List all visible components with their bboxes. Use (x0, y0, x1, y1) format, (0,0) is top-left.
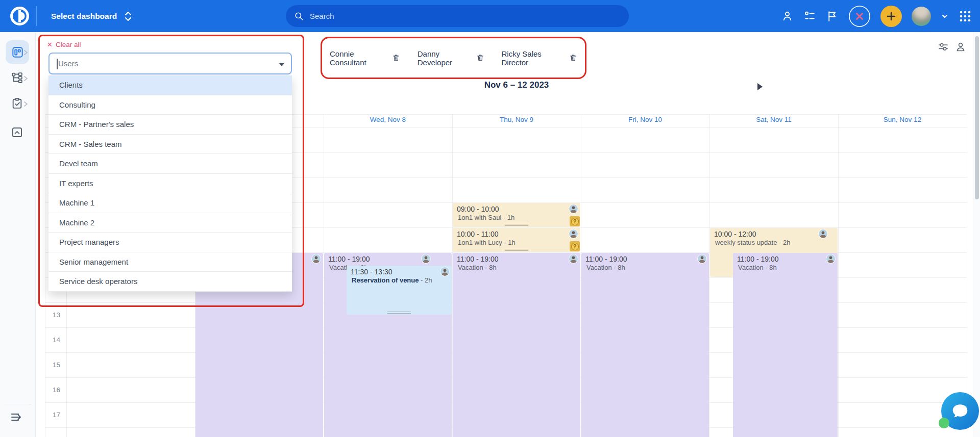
dropdown-option[interactable]: CRM - Partner's sales (48, 115, 292, 135)
select-dashboard-label: Select dashboard (51, 12, 117, 21)
dropdown-option[interactable]: Consulting (48, 95, 292, 115)
calendar-users-icon[interactable] (954, 41, 967, 55)
clear-all-x-icon: ✕ (47, 41, 53, 48)
app-logo-icon[interactable] (9, 6, 30, 29)
text-cursor (57, 59, 58, 69)
search-icon (294, 11, 304, 21)
resize-handle[interactable] (505, 224, 528, 226)
event-title: weekly status update - 2h (715, 239, 838, 246)
chat-bubble-icon (951, 403, 969, 419)
dropdown-option[interactable]: CRM - Sales team (48, 135, 292, 155)
dropdown-option[interactable]: Project managers (48, 233, 292, 252)
hour-label: 14 (45, 327, 60, 352)
event-title: Vacation - 8h (738, 264, 838, 271)
dropdown-option[interactable]: Senior management (48, 252, 292, 272)
search-input[interactable] (310, 12, 596, 20)
grid-column-line (838, 114, 839, 437)
dropdown-option[interactable]: Clients (48, 75, 292, 95)
flag-icon[interactable] (826, 10, 839, 22)
selected-user-chip: Ricky Sales Director (502, 49, 578, 67)
question-badge[interactable]: ? (570, 241, 580, 251)
attendee-avatar (569, 254, 578, 263)
event-time: 11:30 - 13:30 (351, 268, 452, 276)
delete-user-icon[interactable] (569, 54, 577, 62)
calendar-event[interactable]: 11:00 - 19:00Vacation - 8h (733, 253, 838, 437)
add-button[interactable] (880, 6, 902, 27)
event-time: 11:00 - 19:00 (457, 255, 580, 263)
calendar-event[interactable]: 10:00 - 11:001on1 with Lucy - 1h? (453, 228, 580, 252)
attendee-avatar (569, 229, 578, 238)
event-time: 09:00 - 10:00 (457, 205, 580, 213)
calendar-event[interactable]: 11:00 - 19:00Vacation - 8h (581, 253, 709, 437)
dropdown-option[interactable]: Machine 1 (48, 193, 292, 213)
event-time: 11:00 - 19:00 (737, 255, 838, 263)
attendee-avatar (569, 204, 578, 213)
expand-sidebar-icon[interactable] (9, 409, 24, 427)
users-select[interactable] (48, 53, 292, 74)
resize-handle[interactable] (387, 312, 411, 314)
clipboard-check-icon (11, 97, 23, 110)
left-sidebar (0, 32, 36, 437)
sidebar-item-hierarchy[interactable] (11, 71, 23, 86)
page-scrollbar[interactable] (973, 32, 980, 437)
user-name: Danny Developer (418, 49, 472, 67)
sidebar-divider (4, 404, 32, 404)
tasks-icon[interactable] (803, 10, 816, 22)
calendar-event[interactable]: 11:00 - 19:00Vacation - 8h (453, 253, 580, 437)
chevron-up-box-icon (11, 126, 23, 139)
user-avatar[interactable] (912, 7, 931, 26)
event-title: 1on1 with Lucy - 1h (458, 239, 580, 246)
dropdown-option[interactable]: Machine 2 (48, 213, 292, 233)
select-caret-icon[interactable] (279, 63, 284, 66)
dropdown-option[interactable]: Devel team (48, 154, 292, 174)
delete-user-icon[interactable] (392, 54, 400, 62)
top-navigation-bar: Select dashboard (0, 0, 980, 32)
calendar-event[interactable]: 11:30 - 13:30Reservation of venue - 2h (347, 266, 452, 315)
person-icon[interactable] (781, 10, 794, 22)
online-status-dot (939, 418, 949, 428)
event-title: Reservation of venue - 2h (352, 276, 452, 284)
users-select-input[interactable] (50, 54, 291, 73)
topbar-divider (36, 6, 37, 26)
chevron-down-icon[interactable] (941, 12, 949, 20)
select-dashboard-button[interactable]: Select dashboard (51, 0, 132, 32)
event-time: 10:00 - 11:00 (457, 230, 580, 238)
calendar-settings-icon[interactable] (937, 41, 949, 55)
users-dropdown-list: ClientsConsultingCRM - Partner's salesCR… (48, 75, 292, 292)
day-header[interactable]: Thu, Nov 9 (452, 116, 581, 127)
apps-grid-icon[interactable] (959, 10, 972, 23)
event-time: 11:00 - 19:00 (585, 255, 709, 263)
question-badge[interactable]: ? (570, 216, 580, 226)
x-circle-icon[interactable] (848, 5, 871, 28)
resize-handle[interactable] (505, 249, 528, 251)
attendee-avatar (819, 229, 827, 238)
dropdown-option[interactable]: Service desk operators (48, 272, 292, 292)
chevron-right-icon[interactable] (23, 74, 28, 84)
sidebar-item-collapse[interactable] (11, 126, 23, 141)
chevron-right-icon[interactable] (23, 100, 28, 109)
selected-user-chip: Danny Developer (418, 49, 484, 67)
hour-label: 16 (45, 377, 60, 402)
hierarchy-icon (11, 71, 23, 84)
day-header[interactable]: Wed, Nov 8 (324, 116, 452, 127)
plus-icon (886, 11, 896, 21)
day-header[interactable]: Sat, Nov 11 (709, 116, 838, 127)
day-header[interactable]: Fri, Nov 10 (581, 116, 709, 127)
user-name: Ricky Sales Director (502, 49, 565, 67)
event-title: Vacation - 8h (458, 264, 580, 271)
attendee-avatar (312, 254, 321, 263)
clear-all-button[interactable]: ✕ Clear all (47, 41, 81, 48)
selected-users-row: Connie ConsultantDanny DeveloperRicky Sa… (330, 37, 577, 79)
scrollbar-thumb[interactable] (975, 36, 979, 199)
attendee-avatar (422, 254, 430, 263)
chevron-right-icon[interactable] (23, 48, 28, 58)
next-week-arrow[interactable] (757, 83, 763, 90)
sidebar-item-tasks[interactable] (11, 97, 23, 112)
dropdown-option[interactable]: IT experts (48, 174, 292, 194)
hour-label: 17 (45, 402, 60, 427)
hour-label: 15 (45, 352, 60, 377)
search-bar[interactable] (286, 5, 629, 27)
calendar-event[interactable]: 09:00 - 10:001on1 with Saul - 1h? (453, 203, 580, 227)
day-header[interactable]: Sun, Nov 12 (838, 116, 967, 127)
delete-user-icon[interactable] (476, 54, 484, 62)
